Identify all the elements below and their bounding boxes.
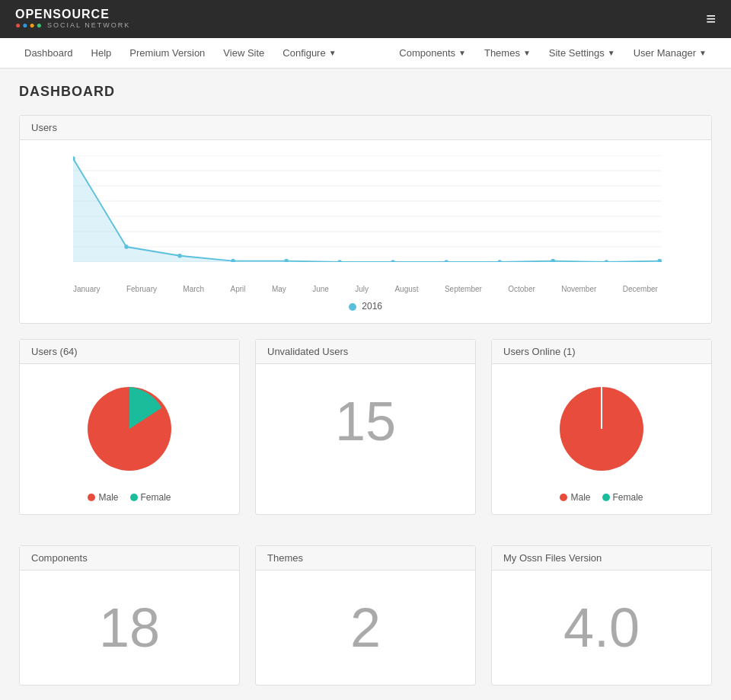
nav-dashboard[interactable]: Dashboard	[15, 38, 82, 69]
themes-count: 2	[350, 600, 381, 655]
components-card: Components 18	[19, 545, 240, 686]
svg-point-9	[124, 245, 128, 249]
logo-title: OPENSOURCE	[15, 8, 130, 21]
svg-point-13	[337, 260, 341, 262]
online-pie-wrapper	[548, 376, 655, 484]
logo-dot-i: ●	[37, 21, 42, 30]
ossn-files-card: My Ossn Files Version 4.0	[491, 545, 712, 686]
users-chart-container	[31, 148, 700, 285]
users-chart-svg	[73, 155, 662, 262]
users-chart-header: Users	[20, 116, 711, 140]
logo-subtitle: SOCIAL NETWORK	[47, 22, 130, 30]
configure-dropdown-arrow: ▼	[329, 49, 337, 57]
components-body: 18	[20, 571, 239, 685]
chart-legend-dot	[349, 303, 356, 311]
svg-point-8	[73, 156, 75, 161]
components-header: Components	[20, 546, 239, 571]
themes-dropdown-arrow: ▼	[523, 49, 531, 57]
users-chart-card: Users	[19, 115, 712, 324]
users-pie-card: Users (64) Male	[19, 339, 240, 515]
male-legend-dot	[88, 494, 95, 501]
month-oct: October	[508, 285, 535, 293]
user-manager-dropdown-arrow: ▼	[699, 49, 707, 57]
online-legend-male: Male	[560, 492, 590, 503]
nav-themes[interactable]: Themes ▼	[475, 38, 540, 69]
stats-row-2: Components 18 Themes 2 My Ossn Files Ver…	[19, 545, 712, 700]
svg-point-12	[284, 259, 288, 262]
logo-dot-r: ●	[15, 21, 21, 30]
components-dropdown-arrow: ▼	[458, 49, 466, 57]
svg-point-11	[231, 259, 235, 262]
nav-configure[interactable]: Configure ▼	[273, 38, 345, 69]
nav-components[interactable]: Components ▼	[390, 38, 475, 69]
users-pie-wrapper	[76, 376, 183, 484]
svg-point-18	[605, 260, 608, 262]
month-aug: August	[394, 285, 418, 293]
chart-x-labels: January February March April May June Ju…	[31, 285, 700, 297]
stats-row-1: Users (64) Male	[19, 339, 712, 530]
svg-point-16	[497, 260, 501, 262]
logo-dot-0: ●	[30, 21, 35, 30]
online-male-dot	[560, 494, 567, 501]
page-content: DASHBOARD Users	[0, 69, 731, 700]
logo: OPENSOURCE ● ● ● ● SOCIAL NETWORK	[15, 8, 130, 31]
online-male-label: Male	[570, 492, 590, 503]
female-legend-label: Female	[141, 492, 171, 503]
logo-dot-u: ●	[22, 21, 27, 30]
unvalidated-body: 15	[256, 364, 475, 478]
month-jul: July	[355, 285, 369, 293]
online-header: Users Online (1)	[492, 340, 711, 364]
month-may: May	[272, 285, 286, 293]
top-header: OPENSOURCE ● ● ● ● SOCIAL NETWORK ≡	[0, 0, 731, 38]
chart-legend: 2016	[31, 297, 700, 319]
male-legend-label: Male	[98, 492, 118, 503]
online-pie-legend: Male Female	[560, 492, 643, 503]
themes-body: 2	[256, 571, 475, 685]
svg-point-17	[551, 259, 554, 262]
month-sep: September	[445, 285, 482, 293]
unvalidated-card: Unvalidated Users 15	[255, 339, 476, 515]
month-mar: March	[183, 285, 204, 293]
legend-female: Female	[130, 492, 171, 503]
online-pie-svg	[548, 376, 655, 482]
online-card: Users Online (1) Male	[491, 339, 712, 515]
month-jan: January	[73, 285, 101, 293]
themes-header: Themes	[256, 546, 475, 571]
nav-help[interactable]: Help	[82, 38, 121, 69]
month-dec: December	[623, 285, 658, 293]
nav-premium[interactable]: Premium Version	[120, 38, 214, 69]
svg-point-14	[391, 260, 394, 262]
online-female-dot	[602, 494, 610, 501]
month-nov: November	[561, 285, 596, 293]
page-title: DASHBOARD	[19, 84, 712, 100]
main-nav: Dashboard Help Premium Version View Site…	[0, 38, 731, 69]
users-pie-body: Male Female	[20, 364, 239, 514]
ossn-files-count: 4.0	[563, 600, 640, 655]
online-female-label: Female	[613, 492, 643, 503]
users-pie-legend: Male Female	[88, 492, 171, 503]
online-pie-body: Male Female	[492, 364, 711, 514]
female-legend-dot	[130, 494, 138, 501]
users-pie-svg	[76, 376, 183, 482]
nav-user-manager[interactable]: User Manager ▼	[624, 38, 716, 69]
hamburger-button[interactable]: ≡	[706, 9, 716, 29]
nav-viewsite[interactable]: View Site	[214, 38, 273, 69]
svg-point-10	[177, 254, 181, 258]
site-settings-dropdown-arrow: ▼	[608, 49, 615, 57]
unvalidated-header: Unvalidated Users	[256, 340, 475, 364]
svg-point-15	[444, 260, 448, 262]
users-pie-header: Users (64)	[20, 340, 239, 364]
nav-right: Components ▼ Themes ▼ Site Settings ▼ Us…	[390, 38, 716, 69]
legend-male: Male	[88, 492, 118, 503]
themes-card: Themes 2	[255, 545, 476, 686]
ossn-files-header: My Ossn Files Version	[492, 546, 711, 571]
nav-site-settings[interactable]: Site Settings ▼	[540, 38, 624, 69]
svg-point-19	[658, 259, 662, 262]
ossn-files-body: 4.0	[492, 571, 711, 685]
month-apr: April	[231, 285, 246, 293]
unvalidated-count: 15	[335, 394, 396, 449]
online-legend-female: Female	[602, 492, 643, 503]
chart-legend-label: 2016	[362, 301, 382, 312]
components-count: 18	[99, 600, 160, 655]
month-jun: June	[312, 285, 329, 293]
